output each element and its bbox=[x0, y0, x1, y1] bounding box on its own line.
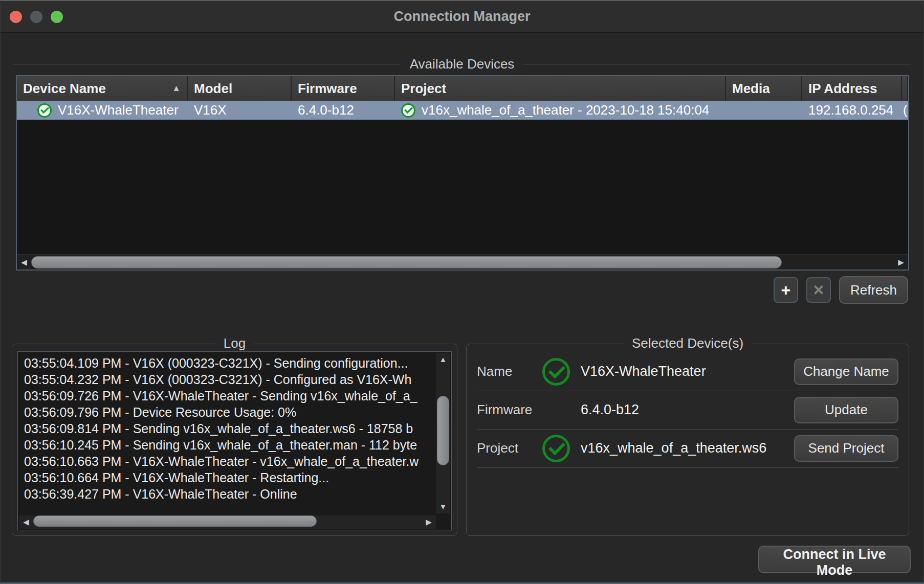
legend-line-left bbox=[13, 64, 401, 64]
name-label: Name bbox=[477, 364, 536, 379]
selected-project-row: Project v16x_whale_of_a_theater.ws6 Send… bbox=[477, 429, 898, 467]
cell-model: V16X bbox=[188, 101, 292, 120]
add-device-button[interactable]: + bbox=[774, 277, 798, 303]
project-ok-check-icon bbox=[542, 435, 570, 462]
device-table: Device Name ▲ Model Firmware Project Med… bbox=[16, 75, 909, 271]
project-label: Project bbox=[477, 440, 536, 456]
selected-name-row: Name V16X-WhaleTheater Change Name bbox=[477, 352, 898, 391]
device-actions: + ✕ Refresh bbox=[774, 276, 908, 304]
name-check-slot bbox=[536, 358, 577, 386]
column-label: Model bbox=[194, 81, 232, 97]
scrollbar-track[interactable] bbox=[33, 515, 422, 529]
log-entry: 03:56:09.814 PM - Sending v16x_whale_of_… bbox=[24, 420, 436, 437]
cell-project: v16x_whale_of_a_theater - 2023-10-18 15:… bbox=[395, 101, 726, 120]
log-vertical-scrollbar[interactable]: ▲ ▼ bbox=[436, 353, 450, 513]
project-check-icon bbox=[401, 103, 415, 118]
log-entry: 03:55:04.109 PM - V16X (000323-C321X) - … bbox=[24, 355, 436, 371]
change-name-button[interactable]: Change Name bbox=[794, 358, 898, 385]
cell-clipped: ( bbox=[902, 101, 908, 120]
cell-device-name: V16X-WhaleTheater bbox=[17, 101, 188, 120]
scrollbar-thumb[interactable] bbox=[31, 256, 782, 268]
log-text-area[interactable]: 03:55:04.109 PM - V16X (000323-C321X) - … bbox=[17, 351, 452, 530]
scroll-down-icon[interactable]: ▼ bbox=[436, 500, 450, 513]
selected-devices-panel: Selected Device(s) Name V16X-WhaleTheate… bbox=[466, 344, 909, 536]
log-panel: Log 03:55:04.109 PM - V16X (000323-C321X… bbox=[12, 344, 457, 536]
selected-firmware-row: Firmware 6.4.0-b12 Update bbox=[477, 391, 898, 429]
device-name-text: V16X-WhaleTheater bbox=[58, 102, 179, 118]
name-value: V16X-WhaleTheater bbox=[581, 364, 706, 379]
scroll-right-icon[interactable]: ▶ bbox=[894, 255, 908, 270]
column-label: Media bbox=[732, 81, 770, 97]
scrollbar-track[interactable] bbox=[436, 366, 450, 500]
available-devices-legend: Available Devices bbox=[13, 56, 911, 72]
title-bar[interactable]: Connection Manager bbox=[1, 1, 923, 33]
log-legend: Log bbox=[215, 335, 254, 351]
cell-ip-address: 192.168.0.254 bbox=[802, 101, 902, 120]
send-project-button[interactable]: Send Project bbox=[794, 435, 898, 462]
scroll-left-icon[interactable]: ◀ bbox=[17, 255, 31, 270]
firmware-label: Firmware bbox=[477, 402, 536, 418]
update-firmware-button[interactable]: Update bbox=[794, 397, 898, 423]
column-label: Firmware bbox=[298, 81, 357, 97]
sort-ascending-icon: ▲ bbox=[172, 83, 181, 94]
column-header-clipped bbox=[902, 76, 908, 101]
log-entry: 03:55:04.232 PM - V16X (000323-C321X) - … bbox=[24, 371, 436, 388]
table-empty-area bbox=[17, 120, 908, 254]
available-devices-label: Available Devices bbox=[410, 56, 515, 72]
scrollbar-thumb[interactable] bbox=[33, 515, 317, 527]
log-entry: 03:56:39.427 PM - V16X-WhaleTheater - On… bbox=[24, 486, 436, 502]
x-icon: ✕ bbox=[812, 282, 824, 299]
connection-manager-window: Connection Manager Available Devices Dev… bbox=[0, 0, 924, 584]
scrollbar-track[interactable] bbox=[31, 255, 894, 269]
selected-devices-legend: Selected Device(s) bbox=[624, 335, 752, 351]
project-check-slot bbox=[536, 435, 577, 462]
remove-device-button[interactable]: ✕ bbox=[806, 277, 831, 303]
column-header-model[interactable]: Model bbox=[188, 76, 292, 101]
name-ok-check-icon bbox=[542, 358, 570, 386]
column-header-firmware[interactable]: Firmware bbox=[292, 76, 395, 101]
window-title: Connection Manager bbox=[1, 1, 923, 33]
scroll-up-icon[interactable]: ▲ bbox=[436, 353, 450, 366]
table-header: Device Name ▲ Model Firmware Project Med… bbox=[17, 76, 908, 101]
firmware-value: 6.4.0-b12 bbox=[581, 402, 639, 418]
column-header-media[interactable]: Media bbox=[726, 76, 802, 101]
device-row-selected[interactable]: V16X-WhaleTheater V16X 6.4.0-b12 v16x_wh… bbox=[17, 101, 908, 120]
project-text: v16x_whale_of_a_theater - 2023-10-18 15:… bbox=[422, 102, 709, 118]
column-header-project[interactable]: Project bbox=[395, 76, 726, 101]
column-header-ip-address[interactable]: IP Address bbox=[802, 76, 902, 101]
log-entry: 03:56:10.663 PM - V16X-WhaleTheater - v1… bbox=[24, 453, 436, 469]
connect-live-mode-button[interactable]: Connect in Live Mode bbox=[758, 546, 911, 573]
scrollbar-thumb[interactable] bbox=[437, 396, 449, 465]
log-horizontal-scrollbar[interactable]: ◀ ▶ bbox=[19, 515, 436, 529]
log-entry: 03:56:09.796 PM - Device Resource Usage:… bbox=[24, 404, 436, 420]
row-separator bbox=[477, 467, 898, 468]
project-value: v16x_whale_of_a_theater.ws6 bbox=[581, 440, 766, 456]
column-label: Project bbox=[401, 81, 446, 97]
device-online-check-icon bbox=[37, 103, 52, 118]
log-lines: 03:55:04.109 PM - V16X (000323-C321X) - … bbox=[18, 353, 436, 514]
log-entry: 03:56:09.726 PM - V16X-WhaleTheater - Se… bbox=[24, 388, 436, 404]
cell-firmware: 6.4.0-b12 bbox=[292, 101, 395, 120]
plus-icon: + bbox=[781, 281, 791, 300]
scroll-right-icon[interactable]: ▶ bbox=[422, 515, 436, 529]
legend-line-right bbox=[523, 64, 911, 64]
column-label: Device Name bbox=[23, 81, 106, 97]
column-label: IP Address bbox=[808, 81, 877, 97]
log-entry: 03:56:10.245 PM - Sending v16x_whale_of_… bbox=[24, 437, 436, 453]
cell-media bbox=[726, 101, 802, 120]
table-horizontal-scrollbar[interactable]: ◀ ▶ bbox=[17, 254, 908, 269]
refresh-button[interactable]: Refresh bbox=[839, 276, 908, 304]
scroll-left-icon[interactable]: ◀ bbox=[19, 515, 33, 529]
column-header-device-name[interactable]: Device Name ▲ bbox=[17, 76, 188, 101]
log-entry: 03:56:10.664 PM - V16X-WhaleTheater - Re… bbox=[24, 469, 436, 486]
